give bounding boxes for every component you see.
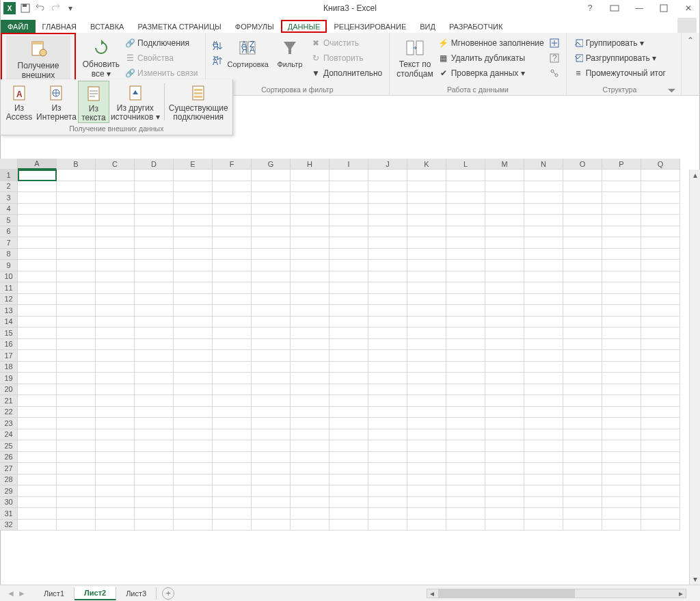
cell[interactable] bbox=[485, 282, 524, 294]
relationships-button[interactable] bbox=[550, 67, 559, 79]
qat-customize-icon[interactable]: ▾ bbox=[65, 3, 76, 14]
column-header[interactable]: L bbox=[446, 159, 485, 170]
maximize-icon[interactable] bbox=[656, 1, 672, 15]
cell[interactable] bbox=[485, 339, 524, 351]
cell[interactable] bbox=[446, 373, 485, 384]
ribbon-options-icon[interactable] bbox=[606, 1, 623, 15]
cell[interactable] bbox=[291, 475, 329, 486]
undo-icon[interactable] bbox=[35, 3, 46, 14]
cell[interactable] bbox=[407, 192, 446, 204]
row-header[interactable]: 27 bbox=[0, 463, 18, 475]
cell[interactable] bbox=[563, 350, 602, 362]
row-header[interactable]: 15 bbox=[0, 328, 18, 339]
cell[interactable] bbox=[252, 328, 291, 339]
cell[interactable] bbox=[407, 170, 446, 181]
cell[interactable] bbox=[524, 305, 563, 317]
redo-icon[interactable] bbox=[50, 3, 61, 14]
cell[interactable] bbox=[291, 282, 329, 294]
cell[interactable] bbox=[641, 497, 680, 509]
cell[interactable] bbox=[174, 520, 213, 531]
cell[interactable] bbox=[641, 170, 680, 181]
cell[interactable] bbox=[57, 249, 96, 261]
cell[interactable] bbox=[641, 429, 680, 441]
cell[interactable] bbox=[602, 395, 641, 407]
cell[interactable] bbox=[641, 384, 680, 396]
cell[interactable] bbox=[57, 215, 96, 226]
help-icon[interactable]: ? bbox=[582, 1, 598, 15]
cell[interactable] bbox=[641, 395, 680, 407]
cell[interactable] bbox=[602, 181, 641, 193]
cell[interactable] bbox=[135, 350, 174, 362]
cell[interactable] bbox=[368, 282, 407, 294]
cell[interactable] bbox=[213, 282, 252, 294]
column-header[interactable]: E bbox=[174, 159, 213, 170]
cell[interactable] bbox=[96, 181, 135, 193]
row-header[interactable]: 4 bbox=[0, 204, 18, 215]
cell[interactable] bbox=[368, 249, 407, 261]
cell[interactable] bbox=[563, 204, 602, 215]
cell[interactable] bbox=[96, 362, 135, 373]
cell[interactable] bbox=[213, 237, 252, 249]
cell[interactable] bbox=[57, 508, 96, 520]
clear-filter-button[interactable]: ✖Очистить bbox=[311, 37, 382, 49]
cell[interactable] bbox=[329, 215, 368, 226]
cell[interactable] bbox=[524, 204, 563, 215]
cell[interactable] bbox=[446, 497, 485, 509]
cell[interactable] bbox=[213, 226, 252, 238]
cell[interactable] bbox=[446, 362, 485, 373]
cell[interactable] bbox=[213, 305, 252, 317]
cell[interactable] bbox=[213, 440, 252, 452]
cell[interactable] bbox=[213, 328, 252, 339]
cell[interactable] bbox=[213, 384, 252, 396]
cell[interactable] bbox=[252, 192, 291, 204]
cell[interactable] bbox=[174, 226, 213, 238]
column-header[interactable]: C bbox=[96, 159, 135, 170]
cell[interactable] bbox=[174, 373, 213, 384]
reapply-button[interactable]: ↻Повторить bbox=[311, 52, 382, 64]
column-header[interactable]: F bbox=[213, 159, 252, 170]
cell[interactable] bbox=[18, 463, 57, 475]
cell[interactable] bbox=[252, 317, 291, 328]
cell[interactable] bbox=[407, 294, 446, 306]
cell[interactable] bbox=[57, 181, 96, 193]
cell[interactable] bbox=[135, 384, 174, 396]
column-header[interactable]: O bbox=[563, 159, 602, 170]
cell[interactable] bbox=[446, 418, 485, 429]
cell[interactable] bbox=[291, 328, 329, 339]
cell[interactable] bbox=[213, 170, 252, 181]
cell[interactable] bbox=[329, 373, 368, 384]
cell[interactable] bbox=[563, 520, 602, 531]
cell[interactable] bbox=[446, 294, 485, 306]
cell[interactable] bbox=[96, 508, 135, 520]
row-header[interactable]: 14 bbox=[0, 317, 18, 328]
cell[interactable] bbox=[135, 215, 174, 226]
cell[interactable] bbox=[641, 260, 680, 271]
cell[interactable] bbox=[485, 475, 524, 486]
cell[interactable] bbox=[641, 350, 680, 362]
close-icon[interactable]: ✕ bbox=[680, 1, 697, 15]
tab-data[interactable]: ДАННЫЕ bbox=[281, 20, 327, 33]
cell[interactable] bbox=[524, 452, 563, 464]
cell[interactable] bbox=[329, 384, 368, 396]
cell[interactable] bbox=[407, 384, 446, 396]
cell[interactable] bbox=[563, 170, 602, 181]
cell[interactable] bbox=[446, 520, 485, 531]
cell[interactable] bbox=[524, 463, 563, 475]
scroll-down-icon[interactable]: ▾ bbox=[690, 574, 700, 585]
cell[interactable] bbox=[96, 204, 135, 215]
cell[interactable] bbox=[485, 350, 524, 362]
cell[interactable] bbox=[524, 192, 563, 204]
cell[interactable] bbox=[329, 192, 368, 204]
cell[interactable] bbox=[252, 452, 291, 464]
cell[interactable] bbox=[407, 204, 446, 215]
cell[interactable] bbox=[57, 170, 96, 181]
cell[interactable] bbox=[18, 181, 57, 193]
cell[interactable] bbox=[329, 395, 368, 407]
cell[interactable] bbox=[252, 373, 291, 384]
cell[interactable] bbox=[18, 317, 57, 328]
minimize-icon[interactable]: — bbox=[631, 1, 647, 15]
cell[interactable] bbox=[485, 294, 524, 306]
cell[interactable] bbox=[96, 170, 135, 181]
cell[interactable] bbox=[602, 508, 641, 520]
cell[interactable] bbox=[135, 373, 174, 384]
